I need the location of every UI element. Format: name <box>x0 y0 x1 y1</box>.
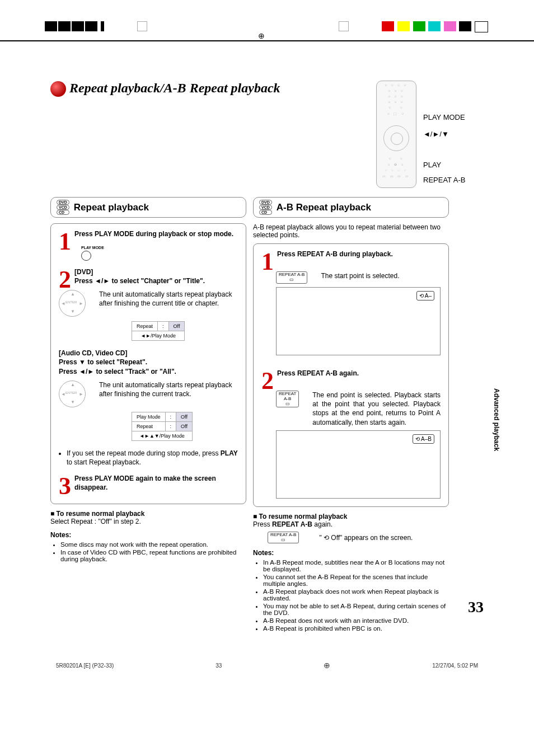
remote-label-arrows: ◄/►/▼ <box>423 130 449 138</box>
osd-display-1: Repeat:Off ◄►/Play Mode <box>132 321 185 341</box>
footer-left: 5R80201A [E] (P32-33) <box>56 663 114 669</box>
tv-badge-a: ⟲ A– <box>416 291 434 301</box>
step2-desc: The unit automatically starts repeat pla… <box>99 290 238 317</box>
repeat-ab-button-icon: REPEAT A-B▭ <box>268 532 299 544</box>
remote-label-play: PLAY <box>423 161 441 169</box>
resume-text-left: Select Repeat : "Off" in step 2. <box>50 518 246 525</box>
remote-diagram: ○ ○ ○ ○ ○ ○ ○ ○ ○ ○ ○ ○ ○ ○ ○ ○ ⬚ ○ ○ ○ … <box>372 81 489 188</box>
footer: 5R80201A [E] (P32-33) 33 ⊕ 12/27/04, 5:0… <box>0 650 534 687</box>
resume-off-text: " ⟲ Off" appears on the screen. <box>319 534 413 542</box>
side-tab: Advanced playback <box>493 388 500 451</box>
section-head-ab: DVD VCD CD A-B Repeat playback <box>253 197 449 218</box>
notes-list-left: Some discs may not work with the repeat … <box>54 541 246 562</box>
resume-line-right: Press REPEAT A-B again. <box>253 520 449 528</box>
step2-title: [DVD] <box>74 268 93 276</box>
tv-badge-ab: ⟲ A–B <box>413 434 434 444</box>
page-title: Repeat playback/A-B Repeat playback <box>50 81 280 97</box>
ab-box: 1 Press REPEAT A-B during playback. REPE… <box>253 243 449 507</box>
step2b-line2: Press ◄/► to select "Track" or "All". <box>59 368 176 375</box>
ab-step1-desc: The start point is selected. <box>321 271 399 280</box>
step2-instr: Press ◄/► to select "Chapter" or "Title"… <box>74 277 205 285</box>
resume-heading-right: To resume normal playback <box>253 513 449 520</box>
repeat-box: 1 Press PLAY MODE during playback or sto… <box>50 223 246 504</box>
repeat-ab-button-icon: REPEAT A-B▭ <box>276 391 299 407</box>
footer-right: 12/27/04, 5:02 PM <box>432 663 478 669</box>
step2b-title: [Audio CD, Video CD] <box>59 349 127 357</box>
remote-body: ○ ○ ○ ○ ○ ○ ○ ○ ○ ○ ○ ○ ○ ○ ○ ○ ⬚ ○ ○ ○ … <box>376 81 416 188</box>
section-head-text: Repeat playback <box>74 202 149 213</box>
remote-label-repeatab: REPEAT A-B <box>423 176 465 184</box>
remote-label-playmode: PLAY MODE <box>423 113 465 121</box>
page-number: 33 <box>468 598 484 616</box>
footer-center: 33 <box>216 663 222 669</box>
ab-step1-text: Press REPEAT A-B during playback. <box>277 250 393 258</box>
nav-pad-icon: ▲ ▼ ◄ ► <box>59 290 86 317</box>
step-number-3: 3 <box>59 476 71 496</box>
section-head-text: A-B Repeat playback <box>277 202 371 213</box>
section-head-repeat: DVD VCD CD Repeat playback <box>50 197 246 218</box>
osd-display-2: Play Mode:Off Repeat:Off ◄►▲▼/Play Mode <box>132 412 193 441</box>
note-item: Some discs may not work with the repeat … <box>60 541 246 548</box>
step-number-1: 1 <box>59 232 71 251</box>
reg-marks-left <box>45 21 148 33</box>
tv-preview-2: ⟲ A–B <box>276 430 441 499</box>
note-item: A-B Repeat playback does not work when R… <box>263 588 449 602</box>
resume-heading-left: To resume normal playback <box>50 510 246 518</box>
ab-intro: A-B repeat playback allows you to repeat… <box>253 223 449 239</box>
page-title-text: Repeat playback/A-B Repeat playback <box>69 81 280 95</box>
playmode-button-icon <box>81 251 91 261</box>
tv-preview-1: ⟲ A– <box>276 287 441 355</box>
registration-bar: ⊕ <box>0 0 534 41</box>
notes-heading-left: Notes: <box>50 531 246 539</box>
repeat-ab-button-icon: REPEAT A-B▭ <box>276 271 307 284</box>
ab-step-2: 2 <box>261 371 274 391</box>
right-column: DVD VCD CD A-B Repeat playback A-B repea… <box>253 197 449 633</box>
repeat-stop-note: If you set the repeat mode during stop m… <box>67 449 238 467</box>
reg-marks-right <box>339 21 489 32</box>
note-item: In case of Video CD with PBC, repeat fun… <box>60 549 246 562</box>
notes-list-right: In A-B Repeat mode, subtitles near the A… <box>256 559 449 632</box>
playmode-label: PLAY MODE <box>81 245 238 250</box>
note-item: In A-B Repeat mode, subtitles near the A… <box>263 559 449 572</box>
nav-pad-icon-2: ▲ ▼ ◄ ► <box>59 381 86 407</box>
disc-icons: DVD VCD CD <box>57 200 69 215</box>
step-number-2: 2 <box>59 270 71 289</box>
page-content: Repeat playback/A-B Repeat playback ○ ○ … <box>0 41 534 650</box>
note-item: A-B Repeat is prohibited when PBC is on. <box>263 625 449 632</box>
step2b-desc: The unit automatically starts repeat pla… <box>99 381 238 407</box>
note-item: You cannot set the A-B Repeat for the sc… <box>263 574 449 587</box>
footer-cross-icon: ⊕ <box>324 661 330 670</box>
center-cross-icon: ⊕ <box>256 31 266 41</box>
left-column: DVD VCD CD Repeat playback 1 Press PLAY … <box>50 197 246 633</box>
note-item: A-B Repeat does not work with an interac… <box>263 617 449 624</box>
ab-step-1: 1 <box>261 252 274 271</box>
bullet-icon <box>50 81 66 97</box>
note-item: You may not be able to set A-B Repeat, d… <box>263 603 449 616</box>
ab-step2-text: Press REPEAT A-B again. <box>277 369 359 377</box>
disc-icons: DVD VCD CD <box>259 200 272 215</box>
step1-text: Press PLAY MODE during playback or stop … <box>74 230 233 238</box>
step2b-line1: Press ▼ to select "Repeat". <box>59 358 147 366</box>
step3-text: Press PLAY MODE again to make the screen… <box>74 475 216 491</box>
notes-heading-right: Notes: <box>253 549 449 557</box>
ab-step2-desc: The end point is selected. Playback star… <box>312 391 441 427</box>
